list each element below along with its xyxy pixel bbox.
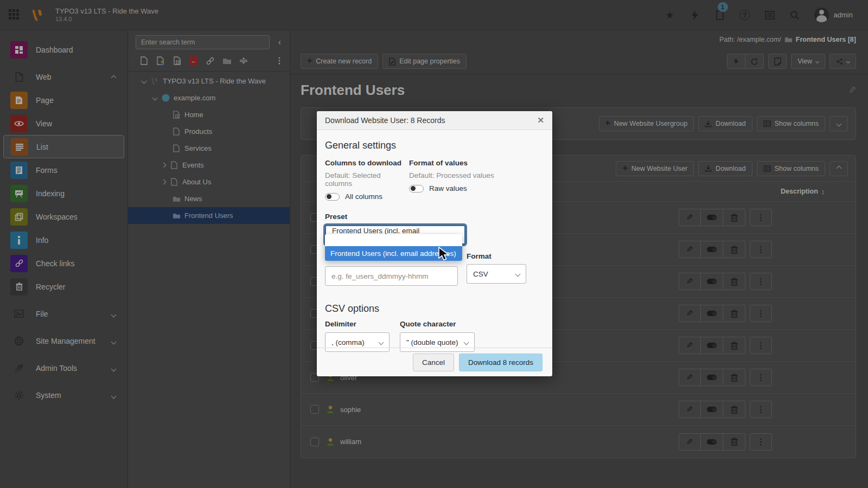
- edit-pencil-icon[interactable]: [679, 337, 701, 354]
- tree-node-services[interactable]: Services: [128, 140, 290, 157]
- open-documents-icon[interactable]: 1: [714, 10, 725, 21]
- raw-values-toggle[interactable]: [409, 185, 424, 192]
- cancel-button[interactable]: Cancel: [413, 354, 454, 371]
- edit-pencil-icon[interactable]: [679, 241, 701, 258]
- delete-trash-icon[interactable]: [723, 273, 745, 290]
- cache-bolt-button[interactable]: [727, 54, 745, 69]
- help-icon[interactable]: ?: [739, 10, 750, 21]
- tree-node-products[interactable]: Products: [128, 123, 290, 140]
- reload-button[interactable]: [745, 54, 764, 69]
- more-dots-icon[interactable]: [750, 273, 772, 290]
- preset-option-empty[interactable]: [325, 234, 462, 246]
- sidebar-item-web[interactable]: Web: [3, 65, 124, 88]
- tree-node-home[interactable]: Home: [128, 106, 290, 123]
- view-dropdown-button[interactable]: View: [791, 54, 825, 69]
- sidebar-item-check-links[interactable]: Check links: [3, 252, 124, 275]
- tree-search-input[interactable]: [136, 35, 270, 49]
- sidebar-item-indexing[interactable]: Indexing: [3, 182, 124, 205]
- edit-pencil-icon[interactable]: [679, 401, 701, 418]
- apps-grid-icon[interactable]: [9, 9, 21, 21]
- typo3-logo[interactable]: [30, 8, 44, 22]
- chevron-down-icon[interactable]: [141, 79, 146, 84]
- tree-node-root[interactable]: TYPO3 v13 LTS - Ride the Wave: [128, 73, 290, 89]
- visibility-toggle-icon[interactable]: [701, 273, 723, 290]
- delete-trash-icon[interactable]: [723, 433, 745, 451]
- edit-page-properties-button[interactable]: Edit page properties: [382, 54, 467, 69]
- more-dots-icon[interactable]: [750, 433, 772, 451]
- tree-more-dots-icon[interactable]: [275, 56, 284, 66]
- sidebar-item-file[interactable]: File: [3, 302, 124, 325]
- visibility-toggle-icon[interactable]: [701, 433, 723, 451]
- sidebar-item-page[interactable]: Page: [3, 88, 124, 112]
- tree-node-about-us[interactable]: About Us: [128, 174, 290, 190]
- sort-icon[interactable]: [821, 188, 825, 196]
- chevron-right-icon[interactable]: [161, 179, 166, 185]
- sidebar-item-system[interactable]: System: [3, 383, 124, 407]
- delete-trash-icon[interactable]: [723, 305, 745, 322]
- new-website-user-button[interactable]: New Website User: [616, 161, 694, 176]
- download-users-button[interactable]: Download: [698, 161, 752, 176]
- delete-trash-icon[interactable]: [723, 209, 745, 226]
- row-checkbox[interactable]: [310, 438, 319, 446]
- folder-icon[interactable]: [222, 56, 232, 66]
- visibility-toggle-icon[interactable]: [701, 337, 723, 354]
- close-icon[interactable]: ✕: [537, 115, 544, 125]
- tree-node-frontend-users[interactable]: Frontend Users: [128, 207, 290, 224]
- visibility-toggle-icon[interactable]: [701, 305, 723, 322]
- sidebar-item-workspaces[interactable]: Workspaces: [3, 205, 124, 228]
- chevron-right-icon[interactable]: [161, 163, 166, 168]
- more-dots-icon[interactable]: [750, 305, 772, 322]
- collapse-tree-icon[interactable]: ‹: [275, 37, 284, 47]
- preset-option-highlighted[interactable]: Frontend Users (incl. email addresses): [325, 246, 462, 261]
- edit-pencil-icon[interactable]: [679, 433, 701, 451]
- clear-cache-bolt-icon[interactable]: [690, 10, 700, 21]
- share-dropdown-button[interactable]: [829, 54, 856, 69]
- filename-input[interactable]: [325, 266, 458, 286]
- tree-node-events[interactable]: Events: [128, 157, 290, 174]
- format-select[interactable]: CSV: [467, 264, 526, 284]
- new-user-page-icon[interactable]: [156, 56, 165, 66]
- description-column-header[interactable]: Description: [781, 188, 818, 195]
- more-dots-icon[interactable]: [750, 401, 772, 418]
- delete-trash-icon[interactable]: [723, 241, 745, 258]
- visibility-toggle-icon[interactable]: [701, 209, 723, 226]
- bookmark-star-icon[interactable]: [665, 10, 675, 21]
- tree-node-examplecom[interactable]: example.com: [128, 89, 290, 106]
- edit-pencil-icon[interactable]: [679, 369, 701, 386]
- shortcut-page-icon[interactable]: [173, 56, 182, 66]
- chevron-down-icon[interactable]: [152, 95, 157, 101]
- mountpoint-page-icon[interactable]: ←: [189, 56, 198, 65]
- username[interactable]: sophie: [340, 406, 361, 414]
- divider-icon[interactable]: [239, 56, 248, 66]
- delete-trash-icon[interactable]: [723, 401, 745, 418]
- sidebar-item-forms[interactable]: Forms: [3, 158, 124, 182]
- note-button[interactable]: [768, 54, 787, 69]
- sidebar-item-list[interactable]: List: [3, 135, 124, 158]
- show-columns-usergroups-button[interactable]: Show columns: [757, 116, 825, 131]
- collapse-usergroup-panel-button[interactable]: [829, 116, 848, 131]
- all-columns-toggle[interactable]: [325, 193, 340, 201]
- edit-pencil-icon[interactable]: [679, 209, 701, 226]
- row-checkbox[interactable]: [310, 405, 319, 414]
- sidebar-item-info[interactable]: Info: [3, 228, 124, 252]
- more-dots-icon[interactable]: [750, 337, 772, 354]
- sidebar-item-site-management[interactable]: Site Management: [3, 329, 124, 352]
- edit-pencil-icon[interactable]: [679, 273, 701, 290]
- tree-node-news[interactable]: News: [128, 190, 290, 207]
- sidebar-item-view[interactable]: View: [3, 112, 124, 135]
- create-new-record-button[interactable]: Create new record: [301, 54, 378, 69]
- new-website-usergroup-button[interactable]: New Website Usergroup: [599, 116, 694, 131]
- edit-title-pencil-icon[interactable]: [848, 85, 856, 96]
- search-icon[interactable]: [789, 10, 800, 21]
- sidebar-item-dashboard[interactable]: Dashboard: [3, 38, 124, 61]
- collapse-user-panel-button[interactable]: [829, 161, 848, 176]
- visibility-toggle-icon[interactable]: [701, 241, 723, 258]
- visibility-toggle-icon[interactable]: [701, 369, 723, 386]
- download-usergroups-button[interactable]: Download: [698, 116, 752, 131]
- sidebar-item-recycler[interactable]: Recycler: [3, 275, 124, 298]
- user-menu[interactable]: admin: [814, 8, 853, 22]
- delete-trash-icon[interactable]: [723, 337, 745, 354]
- sidebar-item-admin-tools[interactable]: Admin Tools: [3, 356, 124, 380]
- edit-pencil-icon[interactable]: [679, 305, 701, 322]
- more-dots-icon[interactable]: [750, 241, 772, 258]
